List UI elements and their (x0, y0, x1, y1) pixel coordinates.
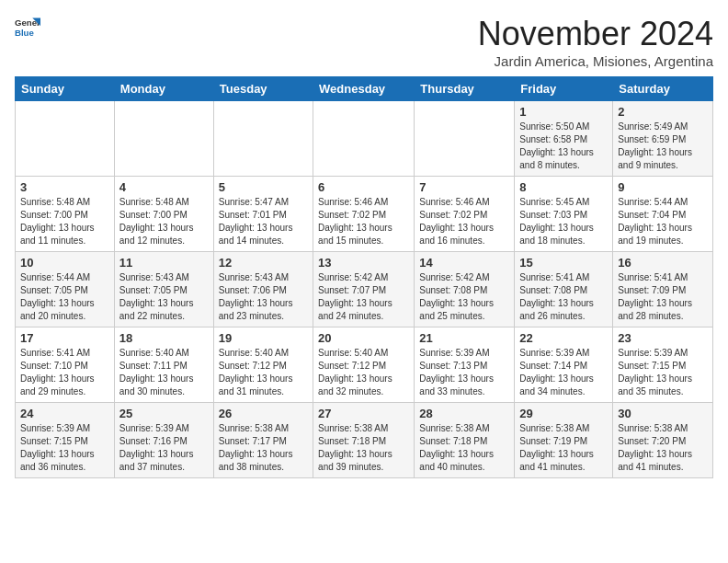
day-info: Sunrise: 5:43 AM Sunset: 7:05 PM Dayligh… (119, 271, 209, 323)
day-info: Sunrise: 5:38 AM Sunset: 7:17 PM Dayligh… (219, 422, 308, 474)
calendar-cell: 9Sunrise: 5:44 AM Sunset: 7:04 PM Daylig… (613, 177, 713, 252)
day-number: 4 (119, 180, 209, 194)
calendar-cell: 28Sunrise: 5:38 AM Sunset: 7:18 PM Dayli… (415, 403, 515, 478)
calendar-cell: 14Sunrise: 5:42 AM Sunset: 7:08 PM Dayli… (415, 252, 515, 327)
day-number: 22 (519, 331, 608, 345)
day-number: 9 (618, 180, 708, 194)
calendar-cell: 29Sunrise: 5:38 AM Sunset: 7:19 PM Dayli… (515, 403, 613, 478)
day-info: Sunrise: 5:49 AM Sunset: 6:59 PM Dayligh… (618, 121, 708, 172)
day-number: 30 (618, 407, 708, 420)
calendar-cell: 6Sunrise: 5:46 AM Sunset: 7:02 PM Daylig… (313, 177, 415, 252)
day-number: 10 (20, 256, 109, 270)
calendar-cell: 1Sunrise: 5:50 AM Sunset: 6:58 PM Daylig… (515, 101, 613, 177)
calendar-cell: 24Sunrise: 5:39 AM Sunset: 7:15 PM Dayli… (16, 403, 115, 478)
calendar-cell: 15Sunrise: 5:41 AM Sunset: 7:08 PM Dayli… (515, 252, 613, 327)
day-number: 15 (519, 256, 608, 270)
calendar-cell: 8Sunrise: 5:45 AM Sunset: 7:03 PM Daylig… (515, 177, 613, 252)
day-info: Sunrise: 5:41 AM Sunset: 7:10 PM Dayligh… (20, 347, 109, 398)
day-number: 6 (318, 180, 409, 194)
day-info: Sunrise: 5:43 AM Sunset: 7:06 PM Dayligh… (219, 271, 308, 323)
day-info: Sunrise: 5:42 AM Sunset: 7:08 PM Dayligh… (419, 271, 509, 323)
header-saturday: Saturday (613, 77, 713, 101)
calendar-cell: 10Sunrise: 5:44 AM Sunset: 7:05 PM Dayli… (16, 252, 115, 327)
header-sunday: Sunday (16, 77, 115, 101)
month-title: November 2024 (478, 15, 713, 53)
day-info: Sunrise: 5:40 AM Sunset: 7:11 PM Dayligh… (119, 347, 209, 398)
day-number: 19 (219, 331, 308, 345)
week-row-4: 24Sunrise: 5:39 AM Sunset: 7:15 PM Dayli… (16, 403, 713, 478)
calendar-cell: 4Sunrise: 5:48 AM Sunset: 7:00 PM Daylig… (114, 177, 213, 252)
day-number: 12 (219, 256, 308, 270)
day-info: Sunrise: 5:46 AM Sunset: 7:02 PM Dayligh… (318, 196, 409, 247)
day-info: Sunrise: 5:50 AM Sunset: 6:58 PM Dayligh… (519, 121, 608, 172)
day-number: 26 (219, 407, 308, 420)
calendar-cell: 30Sunrise: 5:38 AM Sunset: 7:20 PM Dayli… (613, 403, 713, 478)
day-number: 27 (318, 407, 409, 420)
day-number: 11 (119, 256, 209, 270)
day-info: Sunrise: 5:40 AM Sunset: 7:12 PM Dayligh… (318, 347, 409, 398)
calendar-cell (213, 101, 313, 177)
calendar-cell: 19Sunrise: 5:40 AM Sunset: 7:12 PM Dayli… (213, 327, 313, 403)
day-number: 3 (20, 180, 109, 194)
day-info: Sunrise: 5:39 AM Sunset: 7:14 PM Dayligh… (519, 347, 608, 398)
day-number: 29 (519, 407, 608, 420)
day-info: Sunrise: 5:38 AM Sunset: 7:18 PM Dayligh… (419, 422, 509, 474)
title-block: November 2024 Jardin America, Misiones, … (478, 15, 713, 69)
day-number: 5 (219, 180, 308, 194)
calendar-cell: 27Sunrise: 5:38 AM Sunset: 7:18 PM Dayli… (313, 403, 415, 478)
day-number: 2 (618, 105, 708, 119)
header-thursday: Thursday (415, 77, 515, 101)
header-friday: Friday (515, 77, 613, 101)
calendar-cell: 5Sunrise: 5:47 AM Sunset: 7:01 PM Daylig… (213, 177, 313, 252)
day-number: 16 (618, 256, 708, 270)
calendar-cell: 22Sunrise: 5:39 AM Sunset: 7:14 PM Dayli… (515, 327, 613, 403)
calendar-cell: 7Sunrise: 5:46 AM Sunset: 7:02 PM Daylig… (415, 177, 515, 252)
week-row-1: 3Sunrise: 5:48 AM Sunset: 7:00 PM Daylig… (16, 177, 713, 252)
calendar-cell: 26Sunrise: 5:38 AM Sunset: 7:17 PM Dayli… (213, 403, 313, 478)
location-subtitle: Jardin America, Misiones, Argentina (478, 53, 713, 69)
calendar-cell: 16Sunrise: 5:41 AM Sunset: 7:09 PM Dayli… (613, 252, 713, 327)
day-info: Sunrise: 5:41 AM Sunset: 7:09 PM Dayligh… (618, 271, 708, 323)
day-info: Sunrise: 5:39 AM Sunset: 7:15 PM Dayligh… (20, 422, 109, 474)
day-info: Sunrise: 5:38 AM Sunset: 7:18 PM Dayligh… (318, 422, 409, 474)
logo: General Blue (15, 15, 40, 40)
day-info: Sunrise: 5:40 AM Sunset: 7:12 PM Dayligh… (219, 347, 308, 398)
day-number: 23 (618, 331, 708, 345)
logo-icon: General Blue (15, 15, 40, 40)
day-info: Sunrise: 5:39 AM Sunset: 7:16 PM Dayligh… (119, 422, 209, 474)
calendar-cell: 2Sunrise: 5:49 AM Sunset: 6:59 PM Daylig… (613, 101, 713, 177)
calendar-cell: 11Sunrise: 5:43 AM Sunset: 7:05 PM Dayli… (114, 252, 213, 327)
day-info: Sunrise: 5:45 AM Sunset: 7:03 PM Dayligh… (519, 196, 608, 247)
calendar-cell: 13Sunrise: 5:42 AM Sunset: 7:07 PM Dayli… (313, 252, 415, 327)
day-info: Sunrise: 5:42 AM Sunset: 7:07 PM Dayligh… (318, 271, 409, 323)
week-row-2: 10Sunrise: 5:44 AM Sunset: 7:05 PM Dayli… (16, 252, 713, 327)
header-tuesday: Tuesday (213, 77, 313, 101)
day-info: Sunrise: 5:44 AM Sunset: 7:05 PM Dayligh… (20, 271, 109, 323)
calendar-cell (114, 101, 213, 177)
day-info: Sunrise: 5:39 AM Sunset: 7:13 PM Dayligh… (419, 347, 509, 398)
day-info: Sunrise: 5:46 AM Sunset: 7:02 PM Dayligh… (419, 196, 509, 247)
day-number: 13 (318, 256, 409, 270)
day-number: 25 (119, 407, 209, 420)
day-number: 24 (20, 407, 109, 420)
calendar-cell: 17Sunrise: 5:41 AM Sunset: 7:10 PM Dayli… (16, 327, 115, 403)
day-number: 1 (519, 105, 608, 119)
day-number: 18 (119, 331, 209, 345)
calendar-header-row: SundayMondayTuesdayWednesdayThursdayFrid… (16, 77, 713, 101)
svg-text:Blue: Blue (15, 28, 34, 38)
week-row-3: 17Sunrise: 5:41 AM Sunset: 7:10 PM Dayli… (16, 327, 713, 403)
day-number: 17 (20, 331, 109, 345)
calendar-cell: 3Sunrise: 5:48 AM Sunset: 7:00 PM Daylig… (16, 177, 115, 252)
day-info: Sunrise: 5:38 AM Sunset: 7:19 PM Dayligh… (519, 422, 608, 474)
day-info: Sunrise: 5:39 AM Sunset: 7:15 PM Dayligh… (618, 347, 708, 398)
calendar-cell: 21Sunrise: 5:39 AM Sunset: 7:13 PM Dayli… (415, 327, 515, 403)
day-number: 20 (318, 331, 409, 345)
calendar-cell: 20Sunrise: 5:40 AM Sunset: 7:12 PM Dayli… (313, 327, 415, 403)
day-info: Sunrise: 5:38 AM Sunset: 7:20 PM Dayligh… (618, 422, 708, 474)
day-number: 28 (419, 407, 509, 420)
calendar-cell: 12Sunrise: 5:43 AM Sunset: 7:06 PM Dayli… (213, 252, 313, 327)
day-info: Sunrise: 5:48 AM Sunset: 7:00 PM Dayligh… (20, 196, 109, 247)
calendar-body: 1Sunrise: 5:50 AM Sunset: 6:58 PM Daylig… (16, 101, 713, 478)
calendar-table: SundayMondayTuesdayWednesdayThursdayFrid… (15, 76, 713, 478)
day-number: 7 (419, 180, 509, 194)
